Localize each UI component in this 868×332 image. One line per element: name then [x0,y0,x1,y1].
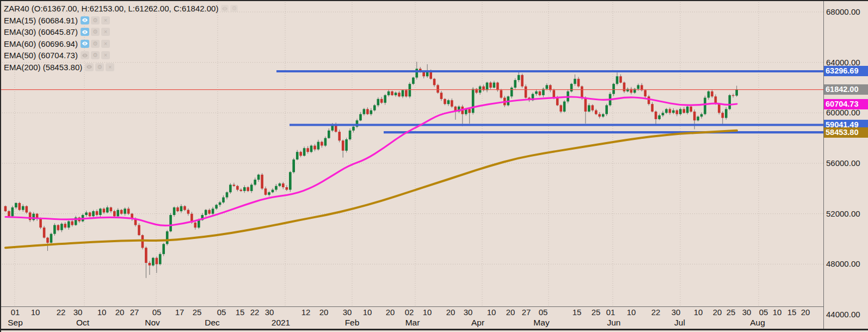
axis-separator-horizontal [0,306,823,307]
time-axis-tick: 25 [727,308,736,317]
time-axis-tick: 10 [487,308,496,317]
gear-icon[interactable]: ⚙ [91,51,100,59]
time-axis-month-label: Aug [750,318,765,328]
indicator-label: EMA(50) (60704.73) [4,51,78,60]
chart-legend: ZAR40 (O:61367.00, H:62153.00, L:61262.0… [4,3,239,73]
time-axis-tick: 30 [742,308,752,317]
time-axis-tick: 02 [405,308,414,317]
time-axis-tick: 20 [713,308,722,317]
time-axis-tick: 25 [193,308,202,317]
window-border-bottom [0,329,868,330]
gear-icon[interactable]: ⚙ [91,16,100,24]
price-axis-value-label: 61842.00 [823,84,868,95]
indicator-legend-row: EMA(200) (58453.80)⚙× [4,62,239,73]
price-axis-value-label: 58453.80 [823,127,868,138]
axis-separator-vertical [823,0,824,330]
window-border-top [0,0,868,1]
time-axis-tick: 10 [97,308,107,317]
time-axis-tick: 10 [363,308,372,317]
time-axis-tick: 20 [319,308,329,317]
indicator-label: EMA(15) (60684.91) [4,16,78,25]
time-axis-tick: 05 [539,308,548,317]
time-axis-tick: 30 [464,308,473,317]
gear-icon[interactable]: ⚙ [91,28,100,36]
time-axis-month-label: Feb [345,318,360,328]
time-axis-month-label: Sep [8,318,23,328]
time-axis-tick: 15 [236,308,245,317]
time-axis-tick: 01 [11,308,20,317]
time-axis-tick: 01 [606,308,615,317]
time-axis-month-label: Jun [607,318,621,328]
price-axis-tick: 44000.00 [826,310,860,319]
price-axis-tick: 68000.00 [826,7,860,16]
time-axis-tick: 10 [694,308,703,317]
time-axis-tick: 22 [57,308,66,317]
time-axis-tick: 17 [175,308,184,317]
time-axis-tick: 30 [265,308,274,317]
time-axis-tick: 10 [627,308,636,317]
window-border-left [0,0,1,332]
gear-icon[interactable]: ⚙ [95,63,104,71]
time-axis-month-label: Nov [145,318,160,328]
time-axis-tick: 10 [423,308,432,317]
close-icon[interactable]: × [106,63,114,71]
time-axis-month-label: Oct [76,318,89,328]
eye-icon[interactable] [81,16,89,24]
indicator-legend-row: EMA(60) (60696.94)⚙× [4,38,239,50]
time-axis-tick: 15 [572,308,582,317]
gear-icon[interactable]: ⚙ [91,40,100,48]
time-axis-tick: 22 [651,308,661,317]
time-axis-tick: 22 [250,308,260,317]
indicator-legend-row: EMA(15) (60684.91)⚙× [4,15,239,27]
time-axis-tick: 12 [301,308,311,317]
close-icon[interactable]: × [101,16,110,24]
indicator-legend-row: EMA(30) (60645.87)⚙× [4,26,239,38]
indicator-label: EMA(30) (60645.87) [4,27,78,36]
time-axis-tick: 30 [343,308,352,317]
trading-chart-window: ZAR40 (O:61367.00, H:62153.00, L:61262.0… [0,0,868,332]
eye-icon[interactable] [81,28,89,36]
time-axis-tick: 27 [522,308,531,317]
time-axis-tick: 05 [152,308,162,317]
time-axis-tick: 05 [759,308,768,317]
price-axis-tick: 52000.00 [826,209,860,218]
indicator-label: EMA(60) (60696.94) [4,39,78,48]
time-axis-month-label: 2021 [272,318,290,328]
indicator-legend-rows: EMA(15) (60684.91)⚙×EMA(30) (60645.87)⚙×… [4,15,239,73]
gear-icon[interactable]: ⚙ [230,5,238,12]
time-axis-tick: 30 [672,308,681,317]
time-axis-tick: 20 [446,308,455,317]
close-icon[interactable]: × [101,28,110,36]
time-axis-month-label: Mar [405,318,420,328]
indicator-legend-row: EMA(50) (60704.73)⚙× [4,50,239,62]
time-axis-month-label: Jul [674,318,685,328]
time-axis-month-label: Apr [471,318,484,328]
eye-icon[interactable] [221,5,229,12]
time-axis-month-label: Dec [205,318,220,328]
time-axis-tick: 05 [217,308,226,317]
time-axis-month-label: May [533,318,549,328]
time-axis-tick: 10 [773,308,782,317]
indicator-label: EMA(200) (58453.80) [4,63,82,72]
time-axis-tick: 20 [386,308,395,317]
time-axis-tick: 25 [592,308,601,317]
time-axis-tick: 15 [787,308,797,317]
price-axis-value-label: 63296.69 [823,66,868,76]
price-axis-tick: 48000.00 [826,259,860,268]
eye-icon[interactable] [81,40,89,48]
close-icon[interactable]: × [101,51,110,59]
symbol-ohlc-text: ZAR40 (O:61367.00, H:62153.00, L:61262.0… [4,4,218,13]
close-icon[interactable]: × [101,40,110,48]
price-axis-tick: 56000.00 [826,158,860,168]
symbol-legend-row: ZAR40 (O:61367.00, H:62153.00, L:61262.0… [4,3,239,15]
time-axis-tick: 20 [506,308,515,317]
price-axis-value-label: 60704.73 [823,99,868,109]
time-axis-tick: 20 [801,308,810,317]
time-axis-tick: 20 [115,308,125,317]
time-axis-tick: 30 [73,308,83,317]
time-axis-tick: 10 [31,308,40,317]
time-axis-tick: 27 [130,308,139,317]
eye-icon[interactable] [81,51,89,59]
eye-icon[interactable] [85,63,94,71]
